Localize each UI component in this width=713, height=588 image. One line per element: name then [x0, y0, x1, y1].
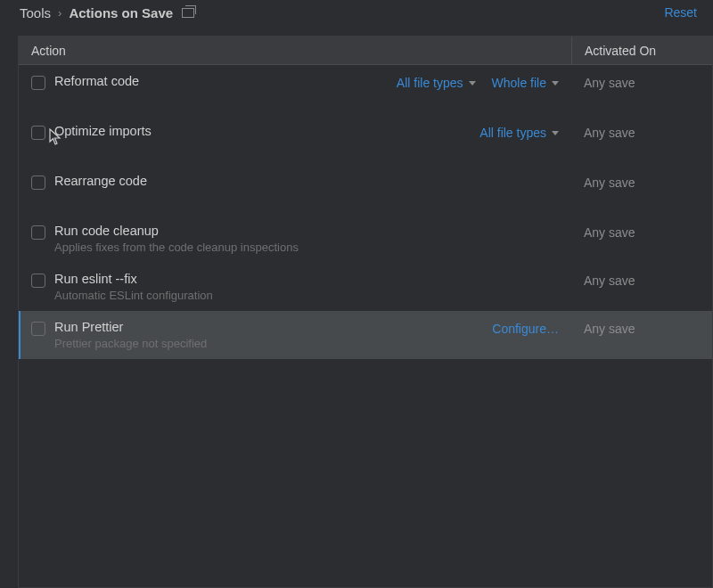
- table-row[interactable]: Rearrange codeAny save: [19, 165, 712, 215]
- table-body: Reformat codeAll file typesWhole fileAny…: [19, 65, 712, 359]
- action-checkbox[interactable]: [31, 126, 45, 140]
- action-label: Run Prettier: [54, 320, 207, 334]
- table-row[interactable]: Run PrettierPrettier package not specifi…: [19, 311, 712, 359]
- action-label: Optimize imports: [54, 124, 152, 138]
- action-sublabel: Automatic ESLint configuration: [54, 289, 213, 302]
- chevron-down-icon: [552, 131, 559, 135]
- chevron-down-icon: [469, 81, 476, 86]
- settings-panel: Action Activated On Reformat codeAll fil…: [18, 36, 713, 588]
- dropdown-label: All file types: [479, 126, 546, 140]
- action-checkbox[interactable]: [31, 225, 45, 240]
- chevron-down-icon: [552, 81, 559, 86]
- row-main: Run code cleanupApplies fixes from the c…: [31, 224, 571, 254]
- col-header-activated[interactable]: Activated On: [571, 37, 712, 64]
- action-sublabel: Applies fixes from the code cleanup insp…: [54, 241, 299, 254]
- row-main: Optimize importsAll file types: [31, 124, 571, 140]
- action-checkbox[interactable]: [31, 176, 45, 190]
- breadcrumb: Tools › Actions on Save: [20, 5, 194, 20]
- table-row[interactable]: Run eslint --fixAutomatic ESLint configu…: [19, 263, 712, 311]
- label-block: Optimize imports: [54, 124, 152, 138]
- chevron-right-icon: ›: [58, 6, 61, 20]
- reset-button[interactable]: Reset: [664, 5, 704, 20]
- activated-on-cell[interactable]: Any save: [571, 272, 712, 288]
- row-main: Reformat codeAll file typesWhole file: [31, 74, 571, 90]
- activated-on-cell[interactable]: Any save: [571, 74, 712, 90]
- row-main: Run PrettierPrettier package not specifi…: [31, 320, 571, 350]
- row-main: Run eslint --fixAutomatic ESLint configu…: [31, 272, 571, 302]
- col-header-action[interactable]: Action: [19, 44, 571, 58]
- activated-on-cell[interactable]: Any save: [571, 174, 712, 190]
- label-block: Run code cleanupApplies fixes from the c…: [54, 224, 299, 254]
- action-checkbox[interactable]: [31, 322, 45, 336]
- dropdown-label: Whole file: [492, 76, 546, 90]
- row-options: [559, 272, 571, 274]
- table-header: Action Activated On: [19, 37, 712, 65]
- table-row[interactable]: Optimize importsAll file typesAny save: [19, 115, 712, 165]
- row-main: Rearrange code: [31, 174, 571, 190]
- row-options: [559, 224, 571, 225]
- activated-on-cell[interactable]: Any save: [571, 124, 712, 140]
- label-block: Run eslint --fixAutomatic ESLint configu…: [54, 272, 213, 302]
- label-block: Rearrange code: [54, 174, 147, 188]
- restore-window-icon[interactable]: [182, 8, 194, 18]
- table-row[interactable]: Run code cleanupApplies fixes from the c…: [19, 215, 712, 263]
- row-options: All file types: [479, 124, 571, 140]
- action-sublabel: Prettier package not specified: [54, 337, 207, 350]
- row-options: Configure…: [492, 320, 571, 336]
- row-options: [559, 174, 571, 176]
- label-block: Run PrettierPrettier package not specifi…: [54, 320, 207, 350]
- file-types-dropdown[interactable]: All file types: [479, 126, 559, 140]
- configure-link[interactable]: Configure…: [492, 322, 559, 336]
- activated-on-cell[interactable]: Any save: [571, 224, 712, 240]
- action-label: Rearrange code: [54, 174, 147, 188]
- action-label: Run eslint --fix: [54, 272, 213, 286]
- row-options: All file typesWhole file: [397, 74, 571, 90]
- label-block: Reformat code: [54, 74, 139, 88]
- action-checkbox[interactable]: [31, 274, 45, 288]
- topbar: Tools › Actions on Save Reset: [0, 0, 713, 32]
- action-label: Reformat code: [54, 74, 139, 88]
- dropdown-label: All file types: [397, 76, 463, 90]
- action-checkbox[interactable]: [31, 76, 45, 90]
- breadcrumb-parent[interactable]: Tools: [20, 5, 51, 20]
- activated-on-cell[interactable]: Any save: [571, 320, 712, 336]
- breadcrumb-current: Actions on Save: [69, 5, 173, 20]
- scope-dropdown[interactable]: Whole file: [492, 76, 559, 90]
- file-types-dropdown[interactable]: All file types: [397, 76, 476, 90]
- table-row[interactable]: Reformat codeAll file typesWhole fileAny…: [19, 65, 712, 115]
- action-label: Run code cleanup: [54, 224, 299, 238]
